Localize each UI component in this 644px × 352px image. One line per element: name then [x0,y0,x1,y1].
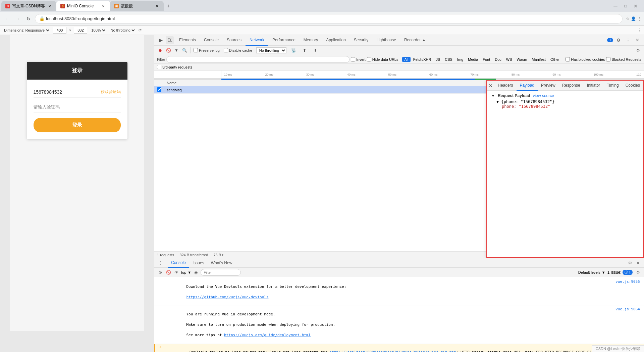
preserve-log-label[interactable]: Preserve log [194,48,220,52]
login-button[interactable]: 登录 [34,118,121,132]
detail-tab-initiator[interactable]: Initiator [584,81,603,91]
payload-triangle[interactable]: ▼ [491,93,495,98]
console-tab-whats-new[interactable]: What's New [208,258,236,268]
forward-button[interactable]: → [13,14,22,23]
third-party-label[interactable]: 3rd-party requests [157,65,192,69]
msg2-source[interactable]: vue.js:9064 [615,307,640,312]
tab-chinese[interactable]: 蔬 蔬搜搜 ✕ [110,1,164,11]
filter-media[interactable]: Media [466,57,480,62]
import-icon[interactable]: ⬆ [301,47,308,54]
zoom-select[interactable]: 100% [90,28,106,33]
top-chevron[interactable]: ▼ [187,270,191,274]
console-close-icon[interactable]: ✕ [635,260,641,266]
console-clear-icon[interactable]: ⊘ [157,269,164,276]
invert-label[interactable]: Invert [351,57,366,61]
maximize-button[interactable]: □ [621,2,630,10]
tab-close-csdn[interactable]: ✕ [47,3,52,9]
console-eye2-icon[interactable]: ◉ [193,269,199,276]
filter-doc[interactable]: Doc [493,57,503,62]
filter-js[interactable]: JS [434,57,442,62]
filter-css[interactable]: CSS [443,57,454,62]
issue-badge[interactable]: ⓘ 1 [623,270,633,275]
back-button[interactable]: ← [3,14,11,23]
blocked-requests-label[interactable]: Blocked Requests [606,57,641,61]
clear-button[interactable]: 🚫 [165,47,172,54]
preserve-log-checkbox[interactable] [194,48,198,52]
view-source-link[interactable]: view source [533,93,554,98]
rotate-icon[interactable]: ⟳ [139,28,142,33]
default-levels-dropdown[interactable]: Default levels ▼ [578,270,605,274]
new-tab-button[interactable]: + [164,1,173,11]
responsive-width-input[interactable] [53,27,66,34]
filter-img[interactable]: Img [455,57,465,62]
vue-devtools-link[interactable]: https://github.com/vuejs/vue-devtools [186,295,268,299]
console-eye-icon[interactable]: 👁 [173,269,180,276]
detail-tab-timing[interactable]: Timing [603,81,622,91]
filter-manifest[interactable]: Manifest [530,57,548,62]
console-tab-issues[interactable]: Issues [189,258,208,268]
console-menu-icon[interactable]: ⋮ [157,260,164,266]
throttle-dropdown[interactable]: No throttling [256,47,286,53]
tab-performance[interactable]: Performance [268,35,300,46]
console-filter-icon[interactable]: 🚫 [165,269,172,276]
detail-tab-payload[interactable]: Payload [517,81,538,91]
tab-console[interactable]: Console [200,35,223,46]
detail-tab-cookies[interactable]: Cookies [622,81,643,91]
console-filter-input[interactable] [201,269,241,276]
throttle-select[interactable]: No throttling [109,28,136,33]
reload-button[interactable]: ↻ [24,14,33,23]
tab-network[interactable]: Network [246,35,268,46]
search-network-icon[interactable]: 🔍 [181,47,188,54]
tab-close-minio[interactable]: ✕ [101,3,106,9]
tab-sources[interactable]: Sources [223,35,246,46]
filter-other[interactable]: Other [548,57,562,62]
disable-cache-checkbox[interactable] [224,48,228,52]
bookmark-icon[interactable]: ☆ [626,16,630,21]
msg1-source[interactable]: vue.js:9055 [615,279,640,284]
tab-close-chinese[interactable]: ✕ [154,3,160,9]
tab-csdn[interactable]: C 写文章-CSDN博客 ✕ [1,1,56,11]
devtools-device-icon[interactable] [166,36,174,44]
responsive-height-input[interactable] [74,27,87,34]
filter-toggle-icon[interactable]: ▼ [173,47,180,54]
verification-code-input[interactable] [34,102,121,113]
record-button[interactable]: ⏺ [157,47,164,54]
devtools-more-icon[interactable]: ⋮ [624,36,632,44]
tab-application[interactable]: Application [322,35,350,46]
obj-triangle[interactable]: ▼ [496,99,499,104]
blocked-requests-checkbox[interactable] [606,57,610,61]
devtools-cursor-icon[interactable]: ▶ [157,36,165,44]
tab-elements[interactable]: Elements [175,35,200,46]
url-bar[interactable]: 🔒 localhost:8080/front/page/login.html [35,14,623,24]
has-blocked-cookies-checkbox[interactable] [566,57,570,61]
filter-all[interactable]: All [402,57,410,62]
settings-icon-resp[interactable]: ⋮ [637,28,641,33]
send-code-button[interactable]: 获取验证码 [101,89,121,95]
responsive-device-select[interactable]: Dimensions: Responsive [3,28,50,33]
filter-input[interactable] [166,56,350,63]
tab-lighthouse[interactable]: Lighthouse [372,35,400,46]
vue-deployment-link[interactable]: https://vuejs.org/guide/deployment.html [224,333,311,337]
filter-wasm[interactable]: Wasm [515,57,529,62]
hide-data-urls-label[interactable]: Hide data URLs [367,57,398,61]
console-tab-console[interactable]: Console [168,258,189,268]
has-blocked-cookies-label[interactable]: Has blocked cookies [566,57,605,61]
tab-minio[interactable]: ⚡ MinIO Console ✕ [56,1,110,11]
disable-cache-label[interactable]: Disable cache [224,48,252,52]
devtools-settings-icon[interactable]: ⚙ [614,36,623,44]
axios-map-link[interactable]: http://localhost:8080/backend/plugins/ax… [329,350,456,352]
detail-close-button[interactable]: ✕ [487,81,494,91]
filter-font[interactable]: Font [481,57,492,62]
network-conditions-icon[interactable]: 📡 [290,47,297,54]
profile-icon[interactable]: 👤 [631,16,636,21]
network-settings-icon[interactable]: ⚙ [635,47,641,54]
console-settings2-icon[interactable]: ⚙ [635,269,641,276]
invert-checkbox[interactable] [351,57,355,61]
third-party-checkbox[interactable] [157,65,161,69]
tab-memory[interactable]: Memory [300,35,322,46]
devtools-close-icon[interactable]: ✕ [633,36,641,44]
filter-fetch-xhr[interactable]: Fetch/XHR [411,57,433,62]
more-icon[interactable]: ⋮ [637,16,641,21]
hide-data-urls-checkbox[interactable] [367,57,371,61]
close-window-button[interactable]: ✕ [631,2,640,10]
